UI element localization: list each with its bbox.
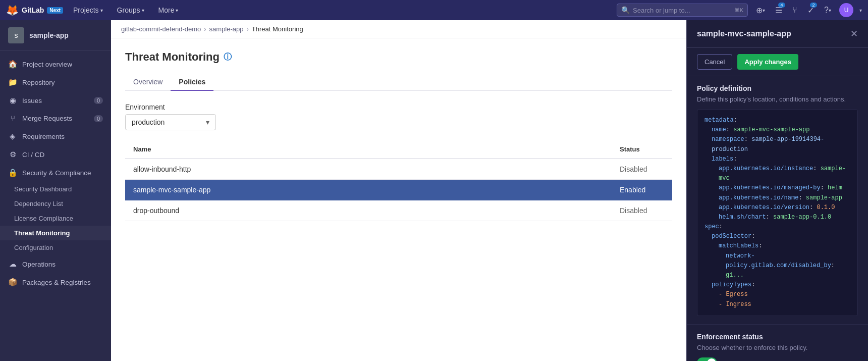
panel-title: sample-mvc-sample-app [697,29,791,38]
policy-name: sample-mvc-sample-app [125,180,612,200]
issues-icon: ◉ [8,96,17,105]
sidebar-item-repository[interactable]: 📁 Repository [0,73,111,91]
environment-value: production [132,118,165,126]
home-icon: 🏠 [8,60,17,69]
sidebar-item-security-compliance[interactable]: 🔒 Security & Compliance [0,164,111,182]
sidebar-item-operations[interactable]: ☁ Operations [0,255,111,273]
sidebar-nav: 🏠 Project overview 📁 Repository ◉ Issues… [0,51,111,361]
breadcrumb-repo[interactable]: gitlab-commit-defend-demo [121,25,201,33]
groups-nav[interactable]: Groups ▾ [113,4,148,16]
main-content: gitlab-commit-defend-demo › sample-app ›… [111,20,686,361]
sidebar-item-label: CI / CD [22,151,44,159]
avatar-initials: U [844,7,849,14]
apply-changes-button[interactable]: Apply changes [737,54,798,70]
col-status: Status [612,140,672,159]
help-circle-icon[interactable]: ⓘ [224,52,232,63]
policy-code-block[interactable]: metadata: name: sample-mvc-sample-app na… [697,109,858,316]
code-line: app.kubernetes.io/managed-by: helm [704,183,850,193]
sidebar-item-configuration[interactable]: Configuration [0,240,111,255]
code-line: - Ingress [704,300,850,310]
top-navigation: 🦊 GitLab Next Projects ▾ Groups ▾ More ▾… [0,0,868,20]
sidebar: s sample-app 🏠 Project overview 📁 Reposi… [0,20,111,361]
sidebar-item-cicd[interactable]: ⚙ CI / CD [0,145,111,164]
breadcrumb-current: Threat Monitoring [252,25,303,33]
main-layout: s sample-app 🏠 Project overview 📁 Reposi… [0,20,868,361]
policy-definition-section: Policy definition Define this policy's l… [687,76,868,325]
sidebar-item-threat-monitoring[interactable]: Threat Monitoring [0,226,111,240]
sidebar-item-issues[interactable]: ◉ Issues 0 [0,91,111,110]
policy-definition-title: Policy definition [697,84,858,92]
shield-icon: 🔒 [8,168,17,177]
enforcement-title: Enforcement status [697,333,858,341]
issues-button[interactable]: ✓ 2 [805,4,816,17]
next-badge: Next [47,7,63,14]
sidebar-project[interactable]: s sample-app [0,20,111,51]
sidebar-item-security-dashboard[interactable]: Security Dashboard [0,182,111,196]
sidebar-item-project-overview[interactable]: 🏠 Project overview [0,55,111,73]
help-button[interactable]: ? ▾ [822,4,833,17]
configuration-label: Configuration [14,244,53,251]
help-icon: ? [824,6,829,15]
policy-name: drop-outbound [125,200,612,221]
sidebar-item-license-compliance[interactable]: License Compliance [0,211,111,226]
sidebar-item-packages-registries[interactable]: 📦 Packages & Registries [0,273,111,291]
chevron-down-icon: ▾ [206,118,209,126]
enforcement-toggle[interactable] [697,357,717,361]
cancel-button[interactable]: Cancel [697,54,732,70]
search-shortcut: ⌘K [734,7,743,14]
tab-overview[interactable]: Overview [125,74,171,91]
tab-policies[interactable]: Policies [171,74,213,91]
project-name: sample-app [29,31,69,39]
threat-monitoring-label: Threat Monitoring [14,229,70,237]
user-avatar[interactable]: U [839,3,853,17]
new-item-button[interactable]: ⊕ ▾ [754,4,767,17]
page-title: Threat Monitoring ⓘ [125,50,672,64]
table-row[interactable]: allow-inbound-http Disabled [125,159,672,180]
environment-select[interactable]: production ▾ [125,114,216,130]
table-row[interactable]: sample-mvc-sample-app Enabled [125,180,672,200]
chevron-down-icon: ▾ [829,8,831,13]
policy-definition-desc: Define this policy's location, condition… [697,95,858,103]
environment-label: Environment [125,103,672,111]
panel-actions: Cancel Apply changes [687,48,868,76]
policy-detail-panel: sample-mvc-sample-app ✕ Cancel Apply cha… [686,20,868,361]
merge-requests-icon: ⑂ [8,114,17,123]
breadcrumb-sep: › [247,25,249,33]
search-icon: 🔍 [621,6,630,14]
sidebar-item-label: Requirements [22,133,65,140]
search-input[interactable] [633,7,731,14]
code-line: app.kubernetes.io/name: sample-app [704,193,850,203]
license-compliance-label: License Compliance [14,215,73,222]
gitlab-logo-icon: 🦊 [6,4,19,16]
logo[interactable]: 🦊 GitLab Next [6,4,63,16]
breadcrumb-app[interactable]: sample-app [209,25,244,33]
cicd-icon: ⚙ [8,150,17,159]
todo-button[interactable]: ☰ 4 [773,4,784,17]
sidebar-item-merge-requests[interactable]: ⑂ Merge Requests 0 [0,110,111,127]
sidebar-item-requirements[interactable]: ◈ Requirements [0,127,111,145]
merge-icon: ⑂ [792,6,797,15]
sidebar-item-label: Packages & Registries [22,279,91,286]
merge-requests-count: 0 [94,115,103,122]
packages-icon: 📦 [8,278,17,287]
code-line: matchLabels: [704,241,850,251]
code-line: helm.sh/chart: sample-app-0.1.0 [704,213,850,222]
project-icon: s [8,27,24,43]
code-line: policyTypes: [704,280,850,290]
sidebar-item-label: Project overview [22,61,72,68]
issues-count-badge: 2 [810,3,817,8]
search-box[interactable]: 🔍 ⌘K [617,4,748,17]
security-dashboard-label: Security Dashboard [14,185,72,193]
more-nav[interactable]: More ▾ [154,4,183,16]
breadcrumb-sep: › [204,25,206,33]
merge-requests-button[interactable]: ⑂ [790,4,799,17]
table-row[interactable]: drop-outbound Disabled [125,200,672,221]
sidebar-item-label: Issues [22,97,42,105]
plus-icon: ⊕ [756,6,763,15]
page-content: Threat Monitoring ⓘ Overview Policies En… [111,38,686,361]
projects-nav[interactable]: Projects ▾ [69,4,107,16]
close-icon[interactable]: ✕ [850,28,858,39]
code-line: podSelector: [704,232,850,241]
sidebar-item-dependency-list[interactable]: Dependency List [0,196,111,211]
enforcement-section: Enforcement status Choose whether to enf… [687,325,868,361]
